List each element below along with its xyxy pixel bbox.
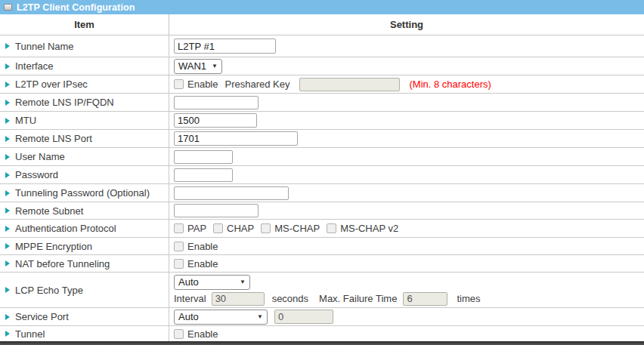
lcp-interval-input (212, 292, 265, 306)
lcp-interval-label: Interval (174, 293, 206, 304)
remote-lns-port-input[interactable] (174, 131, 298, 146)
ipsec-enable-label: Enable (187, 79, 218, 90)
tunnel-enable-checkbox[interactable] (174, 329, 184, 339)
table-row: Tunneling Password (Optional) (0, 184, 644, 202)
row-bullet-icon (5, 63, 10, 69)
table-row: MTU (0, 112, 644, 130)
row-bullet-icon (5, 100, 10, 106)
interface-select-value: WAN1 (178, 60, 206, 72)
nat-enable-label: Enable (187, 258, 218, 270)
ipsec-enable-checkbox[interactable] (174, 79, 184, 89)
table-row: Remote LNS IP/FQDN (0, 94, 644, 112)
dropdown-arrow-icon: ▼ (212, 63, 218, 69)
service-port-select[interactable]: Auto ▼ (174, 310, 268, 325)
row-bullet-icon (5, 314, 10, 320)
password-input[interactable] (174, 168, 233, 182)
tunneling-password-input[interactable] (174, 186, 289, 200)
remote-subnet-input[interactable] (174, 204, 259, 217)
lcp-seconds-label: seconds (272, 293, 308, 304)
row-label: Remote LNS Port (15, 133, 92, 144)
l2tp-client-configuration-panel: L2TP Client Configuration Item Setting T… (0, 0, 644, 345)
section-collapse-icon[interactable] (4, 4, 12, 11)
lcp-echo-type-select[interactable]: Auto ▼ (174, 275, 250, 290)
column-header-item: Item (0, 14, 169, 35)
row-label: MTU (15, 115, 36, 126)
row-label: Password (15, 169, 58, 180)
row-bullet-icon (5, 331, 10, 337)
lcp-max-failure-input (403, 292, 447, 306)
remote-lns-ip-input[interactable] (174, 96, 259, 109)
username-input[interactable] (174, 150, 233, 164)
row-label: User Name (15, 151, 65, 162)
table-row: Remote LNS Port (0, 130, 644, 148)
auth-pap-label: PAP (187, 223, 206, 234)
row-label: Tunneling Password (Optional) (15, 187, 150, 199)
row-label: Tunnel Name (15, 41, 74, 52)
auth-ms-chap-v2-checkbox[interactable] (327, 223, 336, 233)
row-label: L2TP over IPsec (15, 79, 88, 90)
auth-pap-checkbox[interactable] (174, 223, 184, 233)
dropdown-arrow-icon: ▼ (257, 313, 263, 320)
row-label: Remote Subnet (15, 205, 83, 217)
row-bullet-icon (5, 190, 10, 196)
next-section-top-edge (0, 341, 644, 345)
table-row: Remote Subnet (0, 202, 644, 220)
lcp-max-failure-label: Max. Failure Time (319, 293, 397, 304)
column-header-setting: Setting (169, 14, 644, 35)
row-bullet-icon (5, 82, 10, 88)
row-label: NAT before Tunneling (15, 258, 110, 270)
row-bullet-icon (5, 118, 10, 124)
row-bullet-icon (5, 172, 10, 178)
row-label: Service Port (15, 311, 69, 322)
row-bullet-icon (5, 208, 10, 214)
row-label: LCP Echo Type (15, 285, 83, 296)
table-row: NAT before Tunneling Enable (0, 255, 644, 273)
mtu-input[interactable] (174, 113, 257, 128)
table-row: MPPE Encryption Enable (0, 238, 644, 255)
table-row: Authentication Protocol PAP CHAP MS-CHAP… (0, 220, 644, 238)
row-bullet-icon (5, 287, 10, 293)
table-row: LCP Echo Type Auto ▼ Interval seconds Ma… (0, 273, 644, 308)
row-label: Remote LNS IP/FQDN (15, 97, 114, 108)
table-row: Tunnel Name (0, 35, 644, 57)
row-bullet-icon (5, 226, 10, 232)
preshared-key-note: (Min. 8 characters) (409, 79, 491, 90)
preshared-key-input (299, 78, 400, 91)
service-port-input (274, 310, 333, 324)
table-row: Password (0, 166, 644, 184)
row-bullet-icon (5, 43, 10, 49)
row-label: Authentication Protocol (15, 223, 116, 234)
lcp-echo-type-select-value: Auto (178, 276, 199, 288)
table-row: User Name (0, 148, 644, 166)
tunnel-enable-label: Enable (187, 328, 218, 340)
nat-enable-checkbox[interactable] (174, 259, 184, 269)
table-row: Service Port Auto ▼ (0, 308, 644, 326)
section-titlebar: L2TP Client Configuration (0, 0, 644, 14)
row-bullet-icon (5, 260, 10, 266)
row-label: MPPE Encryption (15, 241, 92, 252)
row-bullet-icon (5, 154, 10, 160)
mppe-enable-checkbox[interactable] (174, 242, 184, 251)
auth-ms-chap-label: MS-CHAP (274, 223, 320, 234)
table-header-row: Item Setting (0, 14, 644, 35)
row-bullet-icon (5, 243, 10, 249)
table-row: Interface WAN1 ▼ (0, 57, 644, 75)
row-bullet-icon (5, 136, 10, 142)
table-row: L2TP over IPsec Enable Preshared Key (Mi… (0, 75, 644, 94)
section-title: L2TP Client Configuration (17, 2, 135, 13)
row-label: Interface (15, 60, 54, 72)
tunnel-name-input[interactable] (174, 39, 276, 54)
preshared-key-label: Preshared Key (224, 79, 289, 90)
interface-select[interactable]: WAN1 ▼ (174, 59, 222, 74)
table-row: Tunnel Enable (0, 326, 644, 341)
auth-chap-label: CHAP (227, 223, 254, 234)
lcp-times-label: times (457, 293, 480, 304)
auth-ms-chap-checkbox[interactable] (261, 223, 271, 233)
row-label: Tunnel (15, 328, 45, 340)
auth-ms-chap-v2-label: MS-CHAP v2 (340, 223, 398, 234)
auth-chap-checkbox[interactable] (213, 223, 223, 233)
mppe-enable-label: Enable (187, 241, 218, 252)
dropdown-arrow-icon: ▼ (240, 279, 246, 285)
service-port-select-value: Auto (178, 311, 199, 322)
